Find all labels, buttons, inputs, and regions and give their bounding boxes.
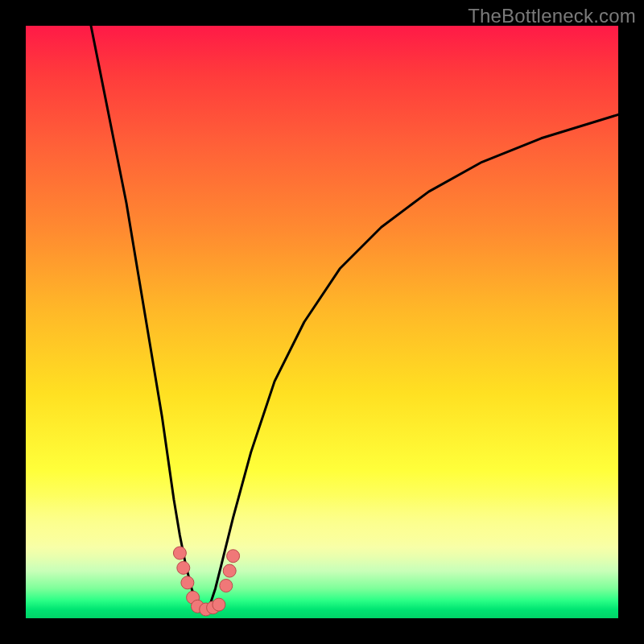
- marker-dot: [181, 576, 194, 589]
- bottleneck-curve: [91, 26, 618, 613]
- plot-area: [26, 26, 618, 618]
- marker-dot: [220, 580, 233, 592]
- curve-overlay: [26, 26, 618, 618]
- marker-dot: [173, 547, 186, 559]
- marker-dot: [223, 564, 236, 577]
- marker-dot: [177, 561, 190, 574]
- curve-left-branch: [91, 26, 204, 613]
- marker-cluster: [173, 547, 239, 616]
- watermark-text: TheBottleneck.com: [468, 5, 636, 27]
- curve-right-branch: [204, 114, 618, 612]
- chart-frame: TheBottleneck.com: [0, 0, 644, 644]
- marker-dot: [213, 598, 225, 611]
- marker-dot: [227, 550, 240, 563]
